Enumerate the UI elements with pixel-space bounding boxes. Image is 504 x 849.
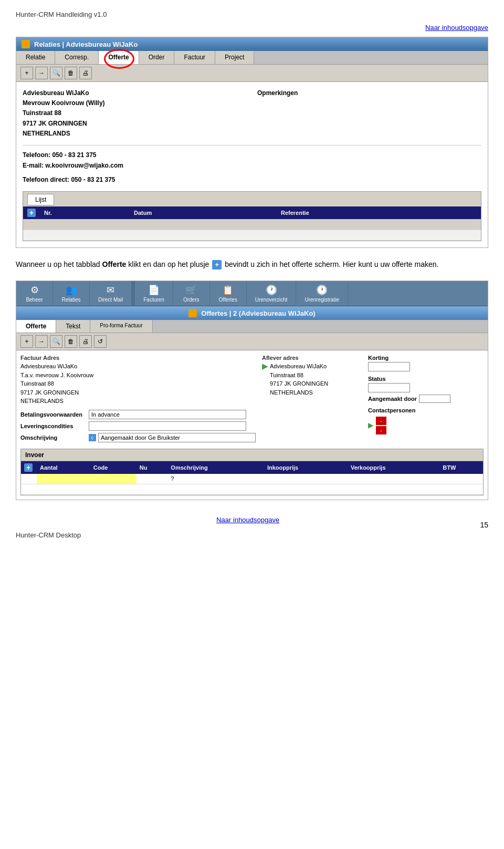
tab-project[interactable]: Project — [215, 51, 254, 64]
aflever-adres-label: Aflever adres — [262, 355, 362, 361]
col-btw: BTW — [439, 461, 483, 474]
toolbar-arrow-btn[interactable]: → — [35, 67, 48, 79]
toolbar-facturen[interactable]: 📄 Facturen — [135, 281, 173, 306]
toolbar2-search-btn[interactable]: 🔍 — [50, 335, 62, 348]
toolbar-directmail[interactable]: ✉ Direct Mail — [90, 281, 132, 306]
crm2-content: Factuur Adres Adviesbureau WiJaKo T.a.v.… — [16, 350, 488, 500]
crm2-window-title: Offertes | 2 (Adviesbureau WiJaKo) — [201, 309, 315, 317]
toolbar2-print-btn[interactable]: 🖨 — [79, 335, 92, 348]
facturen-icon: 📄 — [148, 284, 160, 296]
omschrijving-row: Omschrijving c — [20, 433, 256, 442]
col-referentie: Referentie — [277, 206, 481, 219]
toolbar2-delete-btn[interactable]: 🗑 — [65, 335, 77, 348]
korting-input[interactable] — [368, 362, 410, 371]
factuur-name: Adviesbureau WiJaKo — [20, 362, 256, 371]
table-row — [23, 219, 481, 230]
orders-icon: 🛒 — [185, 284, 197, 296]
desc-after: klikt en dan op het plusje — [126, 260, 209, 268]
facturen-label: Facturen — [143, 297, 164, 303]
list-add-icon[interactable]: + — [27, 209, 36, 217]
tab-factuur[interactable]: Factuur — [174, 51, 215, 64]
tab2-offerte[interactable]: Offerte — [16, 320, 56, 333]
omschrijving-icon: c — [89, 434, 96, 441]
aflever-address-text: Adviesbureau WiJaKo Tuinstraat 88 9717 J… — [270, 362, 328, 397]
aangemaakt-input[interactable] — [419, 395, 450, 403]
toolbar-print-btn[interactable]: 🖨 — [79, 67, 92, 79]
contact-info: Telefoon: 050 - 83 21 375 E-mail: w.kooi… — [23, 145, 481, 185]
invoer-nu-cell — [136, 474, 167, 484]
tab-offerte[interactable]: Offerte — [99, 51, 139, 64]
toolbar-urenregistratie[interactable]: 🕐 Urenregistratie — [296, 281, 348, 306]
invoer-verkoop-cell — [348, 474, 439, 484]
tab-corresp[interactable]: Corresp. — [55, 51, 99, 64]
tab-order[interactable]: Order — [139, 51, 175, 64]
beheer-icon: ⚙ — [30, 284, 39, 296]
invoer-aantal-cell — [37, 474, 90, 484]
remarks-label: Opmerkingen — [257, 88, 481, 98]
crm2-titlebar: Offertes | 2 (Adviesbureau WiJaKo) — [16, 306, 488, 320]
contactpersonen-label: Contactpersonen — [368, 407, 450, 413]
green-arrow-icon: ▶ — [262, 362, 268, 397]
col-code: Code — [90, 461, 136, 474]
aflever-name: Adviesbureau WiJaKo — [270, 362, 328, 371]
korting-label: Korting — [368, 355, 450, 361]
page-number: 15 — [480, 521, 488, 529]
crm2-tabs: Offerte Tekst Pro-forma Factuur — [16, 320, 488, 333]
tab2-tekst[interactable]: Tekst — [56, 320, 90, 333]
col-omschrijving: Omschrijving — [167, 461, 264, 474]
status-input[interactable] — [368, 383, 410, 392]
page-footer: Naar inhoudsopgave 15 — [16, 511, 488, 529]
toolbar-urenoverzicht[interactable]: 🕐 Urenoverzicht — [247, 281, 297, 306]
tab-relatie[interactable]: Relatie — [16, 51, 55, 64]
address-country: NETHERLANDS — [23, 129, 247, 139]
nav-link-top[interactable]: Naar inhoudsopgave — [16, 24, 488, 32]
invoer-row-1: ? — [21, 474, 483, 484]
factuur-adres-label: Factuur Adres — [20, 355, 256, 361]
toolbar2-refresh-btn[interactable]: ↺ — [94, 335, 107, 348]
toolbar2-add-btn[interactable]: + — [20, 335, 33, 348]
crm2-titlebar-icon — [188, 309, 197, 317]
directmail-icon: ✉ — [107, 284, 114, 296]
toolbar-beheer[interactable]: ⚙ Beheer — [16, 281, 53, 306]
aangemaakt-label: Aangemaakt door — [368, 396, 417, 402]
toolbar-orders[interactable]: 🛒 Orders — [173, 281, 210, 306]
toolbar-add-btn[interactable]: + — [20, 67, 33, 79]
factuur-adres-block: Adviesbureau WiJaKo T.a.v. mevrouw J. Ko… — [20, 362, 256, 406]
toolbar2-arrow-btn[interactable]: → — [35, 335, 48, 348]
table-row — [23, 230, 481, 240]
directmail-label: Direct Mail — [98, 297, 123, 303]
offertes-icon: 📋 — [222, 284, 234, 296]
omschrijving-input[interactable] — [98, 433, 256, 442]
toolbar-relaties[interactable]: 👥 Relaties — [53, 281, 90, 306]
aflever-street: Tuinstraat 88 — [270, 371, 328, 380]
factuur-adres-section: Factuur Adres Adviesbureau WiJaKo T.a.v.… — [20, 355, 256, 444]
leveringscondities-input[interactable] — [89, 421, 246, 431]
invoer-table: + Aantal Code Nu Omschrijving Inkoopprij… — [21, 461, 483, 495]
factuur-postal: 9717 JK GRONINGEN — [20, 388, 256, 397]
nav-link-bottom[interactable]: Naar inhoudsopgave — [216, 516, 279, 524]
col-nr: Nr. — [40, 206, 130, 219]
invoer-inkoop-cell — [264, 474, 348, 484]
invoer-section: Invoer + Aantal Code Nu Omschrijving Ink… — [20, 449, 484, 496]
col-inkoopprijs: Inkoopprijs — [264, 461, 348, 474]
invoer-row-2 — [21, 484, 483, 495]
contact-remove-btn[interactable]: - — [376, 417, 386, 425]
contact-remove-btn2[interactable]: - — [376, 426, 386, 434]
invoer-add-icon[interactable]: + — [24, 463, 33, 472]
leveringscondities-row: Leveringscondities — [20, 421, 256, 431]
address-contact: Mevrouw Kooivrouw (Willy) — [23, 98, 247, 108]
contact-btn-row: - - — [376, 417, 386, 434]
betalingsvoorwaarden-input[interactable] — [89, 410, 246, 419]
col-aantal: Aantal — [37, 461, 90, 474]
omschrijving-label: Omschrijving — [20, 434, 89, 441]
status-label: Status — [368, 376, 450, 382]
toolbar-delete-btn[interactable]: 🗑 — [65, 67, 77, 79]
email-info: E-mail: w.kooivrouw@wijako.com — [23, 160, 481, 171]
page-title: Hunter-CRM Handleiding v1.0 — [16, 11, 488, 18]
toolbar-offertes[interactable]: 📋 Offertes — [210, 281, 247, 306]
col-nu: Nu — [136, 461, 167, 474]
list-section: Lijst + Nr. Datum Referentie — [23, 191, 481, 241]
desc-bold: Offerte — [102, 260, 127, 268]
toolbar-search-btn[interactable]: 🔍 — [50, 67, 62, 79]
tab2-proforma[interactable]: Pro-forma Factuur — [90, 320, 152, 333]
